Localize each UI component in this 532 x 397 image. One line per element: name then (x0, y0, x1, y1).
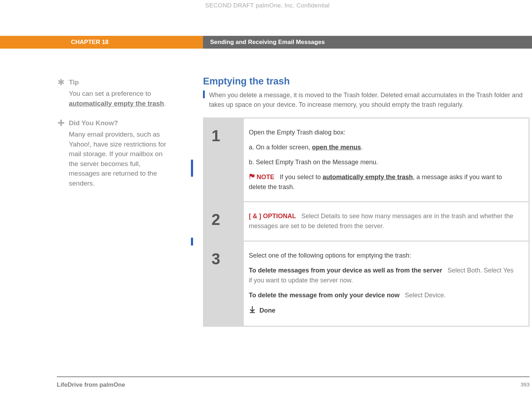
open-menus-link[interactable]: open the menus (312, 144, 361, 151)
step-body: [ & ] OPTIONAL Select Details to see how… (244, 202, 528, 241)
done-label: Done (259, 306, 275, 316)
note-flag-icon (249, 173, 255, 180)
step-num: 2 (212, 211, 244, 228)
change-bar-icon (203, 90, 205, 98)
dyk-body: Many email providers, such as Yahoo!, ha… (57, 129, 167, 188)
footer: LifeDrive from palmOne 393 (57, 381, 530, 388)
step1-lead: Open the Empty Trash dialog box: (249, 128, 519, 138)
step-1: 1 Open the Empty Trash dialog box: a. On… (203, 118, 528, 201)
step-body: Select one of the following options for … (244, 242, 528, 325)
section-title: Emptying the trash (203, 76, 530, 87)
opt2-bold: To delete the message from only your dev… (249, 292, 400, 299)
step1-a: a. On a folder screen, open the menus. (249, 143, 519, 153)
step1-b: b. Select Empty Trash on the Message men… (249, 158, 519, 167)
tip-block: ✱ Tip You can set a preference to automa… (57, 77, 167, 108)
change-bar-icon (191, 238, 193, 246)
step-body: Open the Empty Trash dialog box: a. On a… (244, 118, 528, 201)
change-bar-icon (191, 160, 193, 177)
note-label: NOTE (257, 173, 274, 181)
main-content: Emptying the trash When you delete a mes… (203, 76, 530, 327)
step2-text: [ & ] OPTIONAL Select Details to see how… (249, 211, 519, 231)
footer-product: LifeDrive from palmOne (57, 381, 125, 388)
plus-icon: ✚ (57, 118, 65, 128)
opt2-rest: Select Device. (405, 292, 446, 299)
step3-opt2: To delete the message from only your dev… (249, 291, 519, 300)
opt1-bold: To delete messages from your device as w… (249, 267, 442, 274)
tip-pre: You can set a preference to (69, 90, 151, 97)
intro-text: When you delete a message, it is moved t… (209, 90, 530, 110)
header-watermark: SECOND DRAFT palmOne, Inc. Confidential (205, 2, 330, 9)
done-row: Done (249, 305, 519, 316)
auto-empty-link[interactable]: automatically empty the trash (323, 173, 413, 181)
step-2: 2 [ & ] OPTIONAL Select Details to see h… (203, 202, 528, 241)
optional-label: [ & ] OPTIONAL (249, 213, 296, 220)
step3-lead: Select one of the following options for … (249, 251, 519, 261)
step1-a-post: . (361, 144, 363, 151)
tip-body: You can set a preference to automaticall… (57, 89, 167, 108)
didyouknow-block: ✚ Did You Know? Many email providers, su… (57, 118, 167, 188)
step3-opt1: To delete messages from your device as w… (249, 266, 519, 286)
footer-divider (57, 376, 530, 377)
sidebar: ✱ Tip You can set a preference to automa… (57, 77, 167, 198)
tip-post: . (164, 100, 166, 107)
chapter-title: Sending and Receiving Email Messages (203, 36, 532, 49)
chapter-label: CHAPTER 18 (0, 36, 203, 49)
done-arrow-icon (249, 305, 256, 316)
chapter-bar: CHAPTER 18 Sending and Receiving Email M… (0, 36, 532, 49)
step1-a-pre: a. On a folder screen, (249, 144, 312, 151)
note-pre: If you select to (280, 173, 323, 181)
step1-note: NOTE If you select to automatically empt… (249, 172, 519, 192)
step-3: 3 Select one of the following options fo… (203, 242, 528, 325)
step-num: 1 (212, 127, 244, 145)
tip-link[interactable]: automatically empty the trash (69, 100, 164, 107)
step-num: 3 (212, 250, 244, 268)
steps-container: 1 Open the Empty Trash dialog box: a. On… (203, 117, 530, 327)
asterisk-icon: ✱ (57, 77, 65, 87)
tip-label: Tip (69, 78, 79, 86)
dyk-label: Did You Know? (69, 119, 118, 127)
footer-page: 393 (521, 381, 530, 388)
